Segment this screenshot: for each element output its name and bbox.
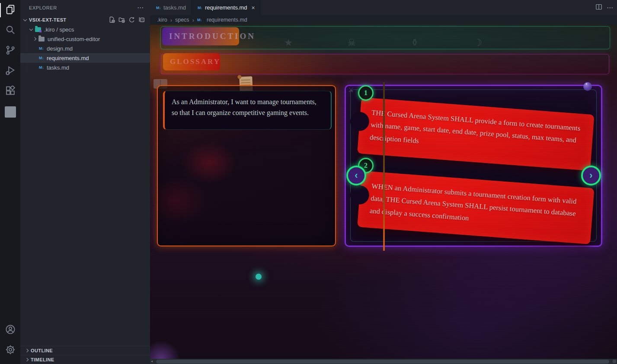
requirement-number-badge: 1 [358, 85, 374, 101]
requirement-text: THE Cursed Arena System SHALL provide a … [369, 109, 581, 145]
candle-icon: ⚱ [409, 37, 420, 48]
ghost-icon: ☽ [472, 37, 483, 48]
editor-more-actions-button[interactable]: ⋯ [607, 4, 614, 12]
outline-label: OUTLINE [31, 348, 53, 353]
timeline-label: TIMELINE [31, 357, 54, 362]
custom-extension-icon [5, 106, 16, 118]
horizontal-scrollbar: ◂ [150, 359, 617, 364]
settings-button[interactable] [0, 340, 20, 361]
search-icon [5, 25, 16, 37]
activity-bar [0, 0, 20, 364]
teal-glow-dot [256, 274, 262, 280]
tree-item-requirements-md[interactable]: M↓ requirements.md [20, 53, 150, 63]
vertical-seam-line [383, 82, 385, 251]
editor-group: M↓ tasks.md M↓ requirements.md × ⋯ .kiro… [150, 0, 617, 364]
carousel-next-button[interactable]: › [581, 166, 601, 185]
activity-run-debug-button[interactable] [0, 61, 20, 81]
account-icon [5, 324, 16, 336]
carousel-prev-button[interactable]: ‹ [346, 166, 366, 185]
gear-icon [5, 345, 16, 357]
tree-item-kiro-specs[interactable]: .kiro / specs [20, 25, 150, 34]
sparkle-icon: ✦ [585, 82, 588, 86]
new-file-button[interactable] [109, 16, 115, 24]
indent-guide [27, 34, 27, 72]
markdown-icon: M↓ [156, 6, 161, 10]
scrollbar-thumb[interactable] [156, 360, 609, 364]
star-icon: ★ [283, 37, 294, 48]
collapse-all-button[interactable] [138, 16, 145, 24]
user-story-card[interactable]: As an Administrator, I want to manage to… [163, 91, 332, 130]
debug-icon [5, 65, 16, 77]
skull-icon: ☠ [346, 37, 357, 48]
chevron-right-icon [33, 37, 36, 41]
breadcrumb-file[interactable]: requirements.md [207, 17, 247, 23]
outline-section-header[interactable]: OUTLINE [20, 346, 150, 355]
tab-label: requirements.md [205, 4, 247, 11]
activity-source-control-button[interactable] [0, 41, 20, 61]
explorer-more-actions-button[interactable]: ⋯ [137, 4, 144, 12]
activity-search-button[interactable] [0, 20, 20, 41]
chevron-right-icon: › [589, 171, 592, 180]
file-tree: .kiro / specs unified-custom-editor M↓ d… [20, 25, 150, 72]
refresh-button[interactable] [128, 16, 135, 24]
folder-icon [38, 37, 45, 42]
folder-icon [35, 27, 41, 32]
tree-item-label: tasks.md [47, 64, 69, 71]
tree-item-label: requirements.md [47, 55, 89, 61]
git-branch-icon [5, 45, 16, 57]
chevron-left-icon: ‹ [355, 171, 358, 180]
tree-item-label: unified-custom-editor [48, 36, 100, 42]
markdown-icon: M↓ [39, 65, 44, 70]
workspace-section-header[interactable]: VSIX-EXT-TEST [20, 15, 150, 25]
activity-extensions-button[interactable] [0, 81, 20, 102]
chevron-down-icon [23, 18, 27, 21]
tab-requirements-md[interactable]: M↓ requirements.md × [192, 0, 261, 15]
chevron-down-icon [29, 27, 33, 31]
new-folder-button[interactable] [118, 16, 125, 24]
tab-label: tasks.md [163, 4, 186, 11]
workspace-name: VSIX-EXT-TEST [29, 17, 67, 22]
chevron-right-icon [25, 349, 29, 352]
chevron-right-icon [25, 358, 29, 361]
timeline-section-header[interactable]: TIMELINE [20, 355, 150, 364]
requirement-text: WHEN an Administrator submits a tourname… [369, 182, 577, 222]
breadcrumb-separator: › [192, 17, 194, 23]
tree-item-label: design.md [47, 45, 73, 52]
explorer-sidebar: EXPLORER ⋯ VSIX-EXT-TEST .kiro / specs u… [20, 0, 150, 364]
markdown-icon: M↓ [198, 6, 202, 10]
sidebar-title: EXPLORER [29, 5, 57, 10]
account-button[interactable] [0, 320, 20, 340]
close-icon[interactable]: × [252, 4, 255, 11]
tree-item-unified-custom-editor[interactable]: unified-custom-editor [20, 34, 150, 44]
activity-custom-view-button[interactable] [0, 102, 20, 122]
split-editor-button[interactable] [595, 3, 602, 12]
breadcrumb-specs[interactable]: specs [175, 17, 189, 23]
tab-bar: M↓ tasks.md M↓ requirements.md × ⋯ [150, 0, 617, 15]
breadcrumb-kiro[interactable]: .kiro [157, 17, 167, 23]
user-stories-panel: As an Administrator, I want to manage to… [157, 85, 336, 246]
breadcrumb-separator: › [170, 17, 172, 23]
extensions-icon [5, 86, 16, 98]
scrollbar-cap [613, 360, 616, 363]
tree-item-label: .kiro / specs [44, 26, 74, 33]
markdown-icon: M↓ [39, 56, 44, 60]
markdown-icon: M↓ [39, 46, 44, 51]
introduction-heading: INTRODUCTION [162, 27, 239, 45]
user-story-text: As an Administrator, I want to manage to… [172, 98, 316, 116]
files-icon [5, 4, 16, 16]
crossed-swords-icon: ⚔ [348, 86, 354, 94]
tree-item-tasks-md[interactable]: M↓ tasks.md [20, 63, 150, 72]
glossary-section-box [160, 54, 609, 74]
glossary-heading: GLOSSARY [163, 53, 220, 70]
tab-tasks-md[interactable]: M↓ tasks.md [150, 0, 192, 15]
crystal-ball-icon: ✦ [583, 82, 592, 91]
tree-item-design-md[interactable]: M↓ design.md [20, 44, 150, 53]
scroll-left-arrow[interactable]: ◂ [151, 359, 153, 363]
breadcrumb: .kiro › specs › M↓ requirements.md [150, 15, 617, 25]
markdown-icon: M↓ [197, 18, 202, 22]
activity-explorer-button[interactable] [0, 0, 20, 20]
custom-editor-content: ★ ☠ ⚱ ☽ INTRODUCTION GLOSSARY As an Admi… [150, 25, 617, 364]
